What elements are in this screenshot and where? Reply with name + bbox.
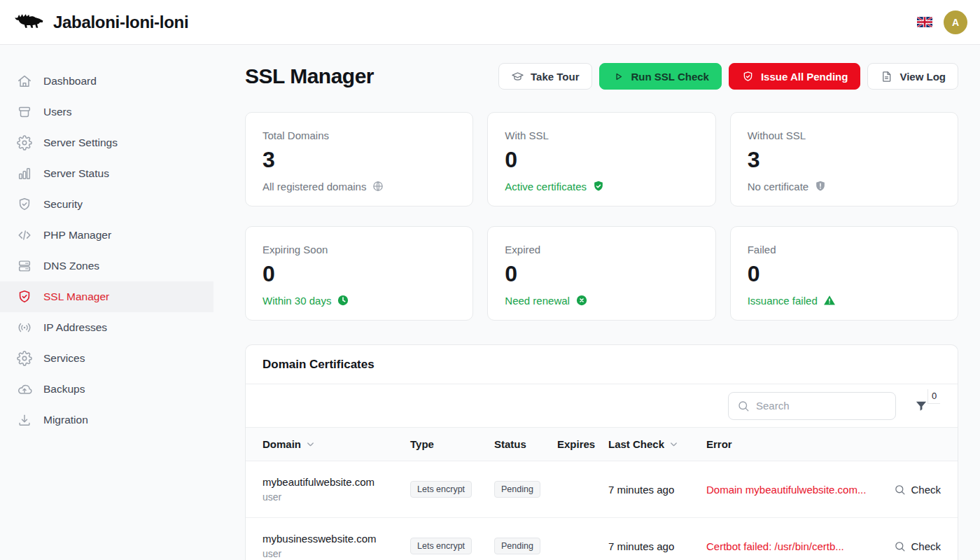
stat-value: 0: [505, 147, 698, 173]
sidebar-item-server-settings[interactable]: Server Settings: [0, 127, 214, 158]
stat-sub-label: Issuance failed: [748, 295, 818, 307]
sidebar-item-label: Security: [43, 198, 83, 211]
stat-label: Failed: [748, 244, 941, 255]
stat-sub-label: No certificate: [748, 181, 809, 192]
page-actions: Take Tour Run SSL Check Issue All Pendin…: [498, 63, 958, 90]
stat-sub-label: Active certificates: [505, 181, 587, 192]
sidebar-item-migration[interactable]: Migration: [0, 405, 214, 435]
table-header-row: Domain Type Status Expires Last Check: [246, 428, 958, 461]
filter-count-badge: 0: [927, 389, 940, 404]
stat-value: 0: [505, 261, 698, 287]
stat-card-failed: Failed 0 Issuance failed: [730, 226, 958, 321]
sidebar-item-ssl-manager[interactable]: SSL Manager: [0, 281, 214, 312]
table-row: mybeautifulwebsite.com user Lets encrypt…: [246, 461, 958, 518]
sidebar-item-php-manager[interactable]: PHP Manager: [0, 220, 214, 251]
search-icon: [894, 540, 906, 552]
sidebar-item-ip-addresses[interactable]: IP Addresses: [0, 312, 214, 343]
page-title: SSL Manager: [245, 64, 374, 88]
sidebar-item-label: Backups: [43, 383, 85, 396]
stat-value: 0: [748, 261, 941, 287]
domain-name: mybusinesswebsite.com: [262, 533, 410, 545]
stat-sub-label: All registered domains: [262, 181, 366, 192]
stat-label: Expired: [505, 244, 698, 255]
column-header-domain[interactable]: Domain: [262, 438, 410, 450]
home-icon: [17, 74, 32, 89]
clock-icon: [337, 294, 349, 307]
column-header-type: Type: [410, 438, 494, 450]
column-header-last-check[interactable]: Last Check: [608, 438, 706, 450]
stat-card-expired: Expired 0 Need renewal: [487, 226, 715, 321]
search-box: [728, 392, 896, 420]
search-input[interactable]: [756, 400, 895, 412]
sidebar-item-label: Server Status: [43, 167, 109, 180]
sidebar-item-services[interactable]: Services: [0, 343, 214, 374]
view-log-button[interactable]: View Log: [867, 63, 958, 90]
sidebar-item-label: SSL Manager: [43, 290, 109, 303]
sidebar-item-label: Migration: [43, 414, 88, 426]
sidebar-item-dashboard[interactable]: Dashboard: [0, 66, 214, 97]
domain-user: user: [262, 491, 410, 503]
run-ssl-check-label: Run SSL Check: [631, 71, 709, 83]
sidebar-item-server-status[interactable]: Server Status: [0, 158, 214, 189]
stat-label: With SSL: [505, 130, 698, 141]
x-circle-icon: [575, 294, 588, 307]
sidebar-item-label: IP Addresses: [43, 321, 107, 334]
issue-all-pending-button[interactable]: Issue All Pending: [729, 63, 860, 90]
stat-card-total-domains: Total Domains 3 All registered domains: [245, 112, 473, 206]
sidebar-item-security[interactable]: Security: [0, 189, 214, 220]
stat-label: Total Domains: [262, 130, 456, 141]
sidebar-item-users[interactable]: Users: [0, 97, 214, 127]
error-cell: Domain mybeautifulwebsite.com...: [706, 484, 885, 496]
play-icon: [612, 70, 625, 83]
cloud-upload-icon: [17, 382, 32, 397]
boar-logo-icon: [14, 12, 45, 33]
check-label: Check: [911, 484, 941, 496]
sidebar-item-label: Users: [43, 106, 71, 118]
warning-triangle-icon: [823, 294, 836, 307]
check-button[interactable]: Check: [885, 540, 941, 552]
bar-chart-icon: [17, 166, 32, 181]
view-log-label: View Log: [899, 71, 946, 83]
stat-card-expiring-soon: Expiring Soon 0 Within 30 days: [245, 226, 473, 321]
brand[interactable]: Jabaloni-loni-loni: [14, 12, 188, 33]
sidebar-item-label: DNS Zones: [43, 260, 99, 272]
language-flag-icon[interactable]: [917, 17, 932, 27]
sidebar-item-dns-zones[interactable]: DNS Zones: [0, 251, 214, 281]
shield-alert-icon: [814, 180, 827, 192]
shield-check-icon: [17, 289, 32, 304]
sidebar-item-backups[interactable]: Backups: [0, 374, 214, 405]
status-badge: Pending: [494, 538, 540, 554]
stat-sub-label: Within 30 days: [262, 295, 331, 307]
error-cell: Certbot failed: /usr/bin/certb...: [706, 540, 885, 552]
take-tour-button[interactable]: Take Tour: [498, 63, 592, 90]
issue-all-pending-label: Issue All Pending: [761, 71, 848, 83]
check-button[interactable]: Check: [885, 484, 941, 496]
sidebar-item-label: Dashboard: [43, 75, 97, 88]
run-ssl-check-button[interactable]: Run SSL Check: [599, 63, 722, 90]
avatar[interactable]: A: [944, 10, 967, 34]
archive-icon: [17, 104, 32, 120]
gear-icon: [17, 135, 32, 150]
column-header-status: Status: [494, 438, 557, 450]
check-label: Check: [911, 540, 941, 552]
document-icon: [880, 70, 893, 83]
server-stack-icon: [17, 258, 32, 274]
globe-icon: [372, 180, 384, 192]
brand-name: Jabaloni-loni-loni: [53, 13, 188, 32]
filter-button[interactable]: 0: [914, 399, 928, 413]
search-icon: [737, 400, 750, 412]
sidebar-item-label: Services: [43, 352, 85, 365]
domain-user: user: [262, 548, 410, 559]
download-icon: [17, 412, 32, 428]
search-icon: [894, 484, 906, 496]
stat-card-without-ssl: Without SSL 3 No certificate: [730, 112, 958, 206]
stat-value: 0: [262, 261, 456, 287]
gear-icon: [17, 351, 32, 366]
broadcast-icon: [17, 320, 32, 335]
shield-check-icon: [17, 197, 32, 212]
stat-card-with-ssl: With SSL 0 Active certificates: [487, 112, 715, 206]
take-tour-label: Take Tour: [531, 71, 579, 83]
stat-value: 3: [748, 147, 941, 173]
domain-certificates-card: Domain Certificates 0 Domain: [245, 344, 958, 560]
stat-label: Expiring Soon: [262, 244, 456, 255]
